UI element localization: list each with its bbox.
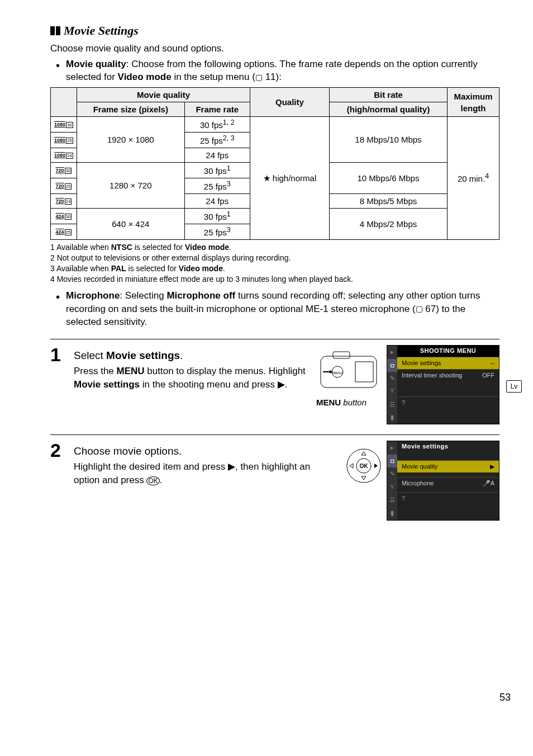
lcd-row-interval: Interval timer shootingOFF <box>397 369 499 381</box>
table-row: 108030 1920 × 1080 30 fps1, 2 ★ high/nor… <box>51 117 499 133</box>
step-number: 1 <box>50 345 67 364</box>
step-1: 1 Select Movie settings. Press the MENU … <box>50 339 499 424</box>
bullet1-label: Movie quality <box>66 59 126 69</box>
lcd-row-movie-quality: Movie quality▶ <box>397 460 499 472</box>
bullet-movie-quality: Movie quality: Choose from the following… <box>66 58 499 84</box>
help-icon: ? <box>402 494 405 503</box>
step-2: 2 Choose movie options. Highlight the de… <box>50 434 499 520</box>
ok-button-glyph: OK <box>146 476 159 485</box>
lcd-shooting-menu: ▸◘✎Y☰▮ SHOOTING MENU Movie settings-- In <box>387 345 499 424</box>
step2-title: Choose movie options. <box>74 444 335 459</box>
movie-quality-table: Movie quality Quality Bit rate Maximum l… <box>50 87 499 240</box>
th-quality: Quality <box>250 88 329 117</box>
step1-title: Select Movie settings. <box>74 348 307 363</box>
page-number: 53 <box>499 691 511 705</box>
svg-rect-1 <box>333 352 350 358</box>
section-heading: Movie Settings <box>50 22 499 40</box>
bullet-microphone: Microphone: Selecting Microphone off tur… <box>66 289 499 329</box>
lcd-title: Movie settings <box>397 441 499 452</box>
th-movie-quality: Movie quality <box>77 88 250 102</box>
side-tab-lv: Lv <box>506 380 522 393</box>
bullet2-label: Microphone <box>66 290 120 301</box>
camera-illustration: MENU <box>316 345 383 395</box>
menu-button-caption: MENU button <box>316 396 383 408</box>
th-framesize: Frame size (pixels) <box>77 102 185 117</box>
th-framerate: Frame rate <box>184 102 250 117</box>
svg-marker-13 <box>374 464 378 468</box>
step2-body: Highlight the desired item and press ▶, … <box>74 460 335 487</box>
multi-selector-icon: OK <box>344 446 383 485</box>
svg-text:MENU: MENU <box>332 371 342 375</box>
page-ref-icon <box>416 304 423 314</box>
section-icon <box>50 26 60 35</box>
right-arrow-icon: ▶ <box>278 379 285 390</box>
th-bitrate-sub: (high/normal quality) <box>329 102 447 117</box>
svg-marker-11 <box>361 476 366 480</box>
th-bitrate: Bit rate <box>329 88 447 102</box>
svg-marker-10 <box>361 452 366 455</box>
lcd-row-microphone: Microphone🎤A <box>397 477 499 489</box>
section-title-text: Movie Settings <box>64 22 139 40</box>
menu-button-glyph: MENU <box>117 366 145 376</box>
right-arrow-icon: ▶ <box>228 461 235 472</box>
svg-rect-6 <box>355 362 373 382</box>
lcd-movie-settings: ▸◘✎Y☰▮ Movie settings Movie quality▶ <box>387 441 499 520</box>
footnotes: 1 Available when NTSC is selected for Vi… <box>50 242 499 285</box>
lcd-title: SHOOTING MENU <box>397 346 499 356</box>
svg-text:OK: OK <box>360 463 369 469</box>
svg-marker-12 <box>350 464 353 468</box>
intro-text: Choose movie quality and sound options. <box>50 42 499 55</box>
lcd-row-movie-settings: Movie settings-- <box>397 357 499 369</box>
step-number: 2 <box>50 441 67 460</box>
page-ref-icon <box>255 72 263 82</box>
step1-body: Press the MENU button to display the men… <box>74 365 307 391</box>
help-icon: ? <box>402 399 405 407</box>
